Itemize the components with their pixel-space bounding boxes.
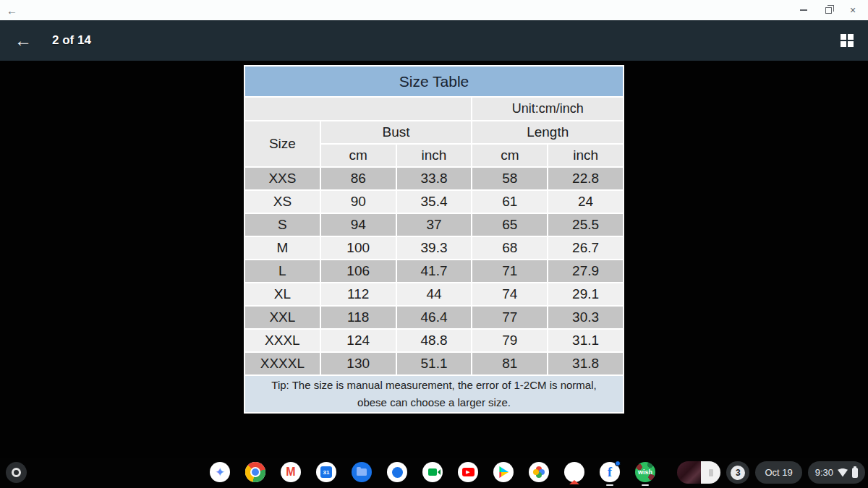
assistant-icon[interactable]: ✦ <box>210 462 230 482</box>
unit-label: Unit:cm/inch <box>472 97 624 121</box>
calendar-icon[interactable]: 31 <box>316 462 336 482</box>
launcher-button[interactable] <box>6 462 27 483</box>
table-row: XXS8633.85822.8 <box>244 167 624 190</box>
restore-button[interactable] <box>820 3 836 17</box>
table-row: S94376525.5 <box>244 213 624 236</box>
size-table-title: Size Table <box>244 66 624 97</box>
tip-line-2: obese can choose a larger size. <box>245 394 623 411</box>
home-app-icon[interactable] <box>564 462 584 482</box>
facebook-icon[interactable]: f <box>600 462 620 482</box>
col-header-length: Length <box>472 121 624 144</box>
shelf: ✦ M 31 ▶ f wish 3 Oct 19 9:30 <box>0 458 868 488</box>
battery-icon <box>852 468 858 478</box>
system-tray[interactable]: 9:30 <box>808 461 865 484</box>
subcol-length-cm: cm <box>472 144 548 167</box>
youtube-icon[interactable]: ▶ <box>458 462 478 482</box>
window-preview-thumbnail[interactable] <box>677 461 720 484</box>
table-row: L10641.77127.9 <box>244 260 624 283</box>
size-table-body: XXS8633.85822.8XS9035.46124S94376525.5M1… <box>244 167 624 375</box>
date-label: Oct 19 <box>765 467 792 478</box>
wish-icon[interactable]: wish <box>635 462 655 482</box>
gallery-toolbar: ← 2 of 14 <box>0 20 868 61</box>
browser-back-icon[interactable]: ← <box>7 5 17 16</box>
table-row: XL112447429.1 <box>244 283 624 306</box>
size-table: Size Table Unit:cm/inch Size Bust Length… <box>244 65 624 414</box>
unit-spacer <box>244 97 472 121</box>
notification-count: 3 <box>731 466 745 480</box>
notification-counter[interactable]: 3 <box>726 461 749 484</box>
time-label: 9:30 <box>815 467 833 478</box>
table-row: M10039.36826.7 <box>244 236 624 260</box>
size-chart-image[interactable]: Size Table Unit:cm/inch Size Bust Length… <box>244 65 624 412</box>
meet-icon[interactable] <box>422 462 443 482</box>
messages-icon[interactable] <box>387 462 407 482</box>
table-row: XXL11846.47730.3 <box>244 306 624 329</box>
status-area: 3 Oct 19 9:30 <box>677 461 865 484</box>
subcol-bust-inch: inch <box>396 144 472 167</box>
files-icon[interactable] <box>352 462 372 482</box>
window-titlebar: ← × <box>0 0 868 20</box>
facebook-notification-dot <box>615 461 621 466</box>
grid-view-icon[interactable] <box>841 34 854 47</box>
window-controls: × <box>796 3 868 17</box>
col-header-bust: Bust <box>320 121 472 144</box>
gmail-icon[interactable]: M <box>281 462 301 482</box>
shelf-app-tray: ✦ M 31 ▶ f wish <box>210 462 655 482</box>
col-header-size: Size <box>244 121 320 167</box>
launcher-icon <box>12 468 21 477</box>
photos-icon[interactable] <box>529 462 549 482</box>
close-button[interactable]: × <box>845 3 861 17</box>
chrome-icon[interactable] <box>245 462 265 482</box>
product-photo-thumb <box>677 461 701 484</box>
wifi-icon <box>838 468 848 477</box>
thumb-white-panel <box>701 461 720 484</box>
play-store-icon[interactable] <box>493 462 514 482</box>
image-viewer: Size Table Unit:cm/inch Size Bust Length… <box>0 61 868 458</box>
table-row: XXXL12448.87931.1 <box>244 329 624 352</box>
table-row: XS9035.46124 <box>244 190 624 213</box>
subcol-bust-cm: cm <box>320 144 396 167</box>
minimize-button[interactable] <box>796 3 812 17</box>
tip-line-1: Tip: The size is manual measurement, the… <box>245 377 623 394</box>
table-row: XXXXL13051.18131.8 <box>244 352 624 375</box>
subcol-length-inch: inch <box>548 144 624 167</box>
date-pill[interactable]: Oct 19 <box>755 461 801 484</box>
size-tip: Tip: The size is manual measurement, the… <box>244 375 624 413</box>
image-counter: 2 of 14 <box>52 33 91 48</box>
back-arrow-icon[interactable]: ← <box>14 32 32 49</box>
